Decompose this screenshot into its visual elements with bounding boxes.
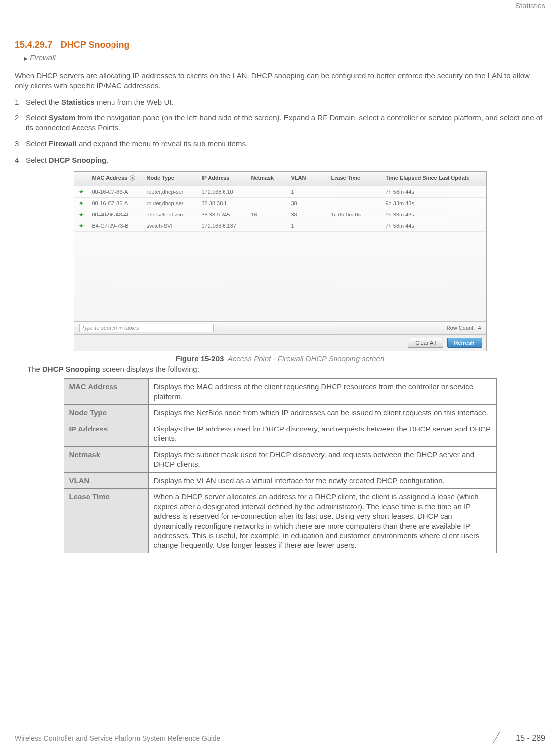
description-row: Lease TimeWhen a DHCP server allocates a… bbox=[64, 489, 496, 553]
breadcrumb: ▶ Firewall bbox=[24, 53, 545, 62]
field-description-table: MAC AddressDisplays the MAC address of t… bbox=[64, 378, 497, 553]
step-item: 3Select Firewall and expand the menu to … bbox=[15, 139, 545, 149]
displays-text: The DHCP Snooping screen displays the fo… bbox=[27, 365, 545, 373]
figure-caption: Figure 15-203 Access Point - Firewall DH… bbox=[15, 354, 545, 363]
page-number: 15 - 289 bbox=[516, 734, 545, 743]
description-row: IP AddressDisplays the IP address used f… bbox=[64, 421, 496, 446]
col-mac[interactable]: MAC Address ▲ bbox=[88, 172, 143, 186]
table-header-row: MAC Address ▲ Node Type IP Address Netma… bbox=[74, 172, 486, 186]
table-row[interactable]: ✦00-16-C7-86-Arouter,dhcp-ser38.38.38.13… bbox=[74, 198, 486, 209]
col-netmask[interactable]: Netmask bbox=[247, 172, 287, 186]
table-row[interactable]: ✦00-16-C7-86-Arouter,dhcp-ser172.168.6.1… bbox=[74, 186, 486, 198]
col-node[interactable]: Node Type bbox=[143, 172, 198, 186]
row-count: Row Count: 4 bbox=[447, 325, 481, 331]
step-item: 1Select the Statistics menu from the Web… bbox=[15, 97, 545, 107]
table-row[interactable]: ✦00-40-96-A8-4ldhcp-client,win38.38.0.24… bbox=[74, 209, 486, 220]
footer-slash-icon bbox=[492, 732, 517, 744]
section-title: DHCP Snooping bbox=[61, 40, 130, 50]
step-item: 4Select DHCP Snooping. bbox=[15, 155, 545, 165]
col-lease[interactable]: Lease Time bbox=[327, 172, 382, 186]
header-separator bbox=[15, 10, 545, 10]
status-connected-icon: ✦ bbox=[78, 222, 84, 230]
col-ip[interactable]: IP Address bbox=[198, 172, 247, 186]
section-number: 15.4.29.7 bbox=[15, 40, 52, 50]
clear-all-button[interactable]: Clear All bbox=[408, 338, 443, 348]
description-row: NetmaskDisplays the subnet mask used for… bbox=[64, 446, 496, 472]
intro-paragraph: When DHCP servers are allocating IP addr… bbox=[15, 71, 545, 91]
sort-asc-icon[interactable]: ▲ bbox=[130, 175, 135, 181]
screenshot-figure: MAC Address ▲ Node Type IP Address Netma… bbox=[74, 171, 487, 352]
table-row[interactable]: ✦B4-C7-99-73-Bswitch-SVI172.168.6.13717h… bbox=[74, 220, 486, 232]
header-section-label: Statistics bbox=[515, 1, 545, 10]
breadcrumb-text: Firewall bbox=[30, 53, 56, 62]
breadcrumb-arrow-icon: ▶ bbox=[24, 56, 28, 61]
status-connected-icon: ✦ bbox=[78, 211, 84, 218]
description-row: VLANDisplays the VLAN used as a virtual … bbox=[64, 472, 496, 489]
footer-book-title: Wireless Controller and Service Platform… bbox=[15, 734, 220, 742]
table-search-input[interactable] bbox=[79, 324, 214, 332]
status-connected-icon: ✦ bbox=[78, 199, 84, 207]
description-row: MAC AddressDisplays the MAC address of t… bbox=[64, 379, 496, 405]
col-elapsed[interactable]: Time Elapsed Since Last Update bbox=[382, 172, 486, 186]
col-vlan[interactable]: VLAN bbox=[287, 172, 327, 186]
refresh-button[interactable]: Refresh bbox=[447, 338, 482, 348]
description-row: Node TypeDisplays the NetBios node from … bbox=[64, 405, 496, 421]
section-heading: 15.4.29.7 DHCP Snooping bbox=[15, 40, 545, 50]
step-item: 2Select System from the navigation pane … bbox=[15, 113, 545, 133]
status-connected-icon: ✦ bbox=[78, 188, 84, 196]
